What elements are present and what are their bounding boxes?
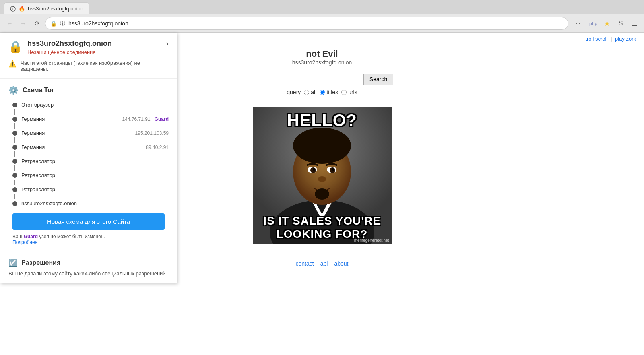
search-form: Search bbox=[251, 74, 393, 85]
partial-warning-text: Части этой страницы (такие как изображен… bbox=[21, 60, 169, 72]
all-option[interactable]: all bbox=[304, 89, 316, 95]
api-link[interactable]: api bbox=[320, 260, 328, 267]
tab-title: hss3uro2hsxfogfq.onion bbox=[28, 6, 83, 12]
tor-dot bbox=[12, 173, 17, 178]
tor-learn-more-link[interactable]: Подробнее bbox=[12, 239, 37, 245]
tor-icon: ⚙️ bbox=[8, 85, 19, 95]
tor-node-label: Этот браузер bbox=[21, 102, 169, 108]
tor-node: Германия 144.76.71.91 Guard bbox=[12, 115, 169, 123]
partial-warning-row: ⚠️ Части этой страницы (такие как изобра… bbox=[8, 60, 169, 72]
meme-watermark: memegenerator.net bbox=[354, 238, 389, 243]
site-info-header: 🔒 hss3uro2hsxfogfq.onion Незащищённое со… bbox=[8, 39, 169, 55]
link-separator: | bbox=[611, 36, 612, 42]
sync-button[interactable]: S bbox=[615, 18, 626, 29]
tor-node-label: Германия bbox=[21, 116, 118, 122]
tor-note-suffix: узел не может быть изменен. bbox=[38, 234, 105, 239]
browser-chrome: i 🔥 hss3uro2hsxfogfq.onion ← → ⟳ 🔒 ⓘ hss… bbox=[0, 0, 644, 33]
svg-point-14 bbox=[313, 168, 315, 171]
tor-node-label: Ретранслятор bbox=[21, 186, 169, 192]
svg-point-15 bbox=[332, 168, 334, 171]
tor-node-label: Германия bbox=[21, 130, 131, 136]
svg-text:i: i bbox=[12, 7, 13, 11]
tor-dot bbox=[12, 145, 17, 150]
site-title: not Evil bbox=[306, 49, 338, 59]
meme-text-bottom: IS IT SALES YOU'RE LOOKING FOR? bbox=[253, 214, 392, 241]
urls-label: urls bbox=[348, 89, 357, 95]
tor-dot bbox=[12, 131, 17, 136]
warning-triangle-icon: ⚠️ bbox=[8, 60, 17, 68]
tor-node: Германия 195.201.103.59 bbox=[12, 129, 169, 137]
tor-node-label: Ретранслятор bbox=[21, 158, 169, 164]
tor-node: Германия 89.40.2.91 bbox=[12, 143, 169, 151]
tor-note-guard: Guard bbox=[24, 234, 38, 239]
site-url-display: hss3uro2hsxfogfq.onion bbox=[292, 59, 352, 66]
lock-icon-large: 🔒 bbox=[8, 40, 23, 54]
tor-node: Ретранслятор bbox=[12, 157, 169, 165]
tab-bar: i 🔥 hss3uro2hsxfogfq.onion bbox=[0, 0, 644, 14]
svg-point-16 bbox=[318, 176, 326, 182]
footer-links: contact api about bbox=[296, 260, 349, 267]
permissions-text: Вы не давали этому сайту каких-либо спец… bbox=[8, 270, 169, 277]
titles-option[interactable]: titles bbox=[320, 89, 338, 95]
permissions-header: ☑️ Разрешения bbox=[8, 258, 169, 267]
lock-icon: 🔒 bbox=[50, 21, 57, 27]
tor-header: ⚙️ Схема Tor bbox=[8, 85, 169, 95]
tor-node: Ретранслятор bbox=[12, 171, 169, 180]
tor-node-ip: 89.40.2.91 bbox=[146, 144, 169, 150]
contact-link[interactable]: contact bbox=[296, 260, 314, 267]
site-domain: hss3uro2hsxfogfq.onion bbox=[27, 39, 112, 48]
info-icon: ⓘ bbox=[60, 20, 65, 27]
tor-dot bbox=[12, 187, 17, 192]
tab-security-icon: i bbox=[10, 6, 16, 12]
address-bar[interactable]: 🔒 ⓘ hss3uro2hsxfogfq.onion bbox=[45, 17, 568, 30]
tor-dot bbox=[12, 159, 17, 164]
tor-node: Этот браузер bbox=[12, 101, 169, 109]
tor-node-label: Ретранслятор bbox=[21, 172, 169, 178]
tor-node-ip: 144.76.71.91 bbox=[122, 116, 151, 122]
active-tab[interactable]: i 🔥 hss3uro2hsxfogfq.onion bbox=[4, 2, 89, 14]
more-button[interactable]: ··· bbox=[574, 18, 585, 29]
tor-node-label: hss3uro2hsxfogfq.onion bbox=[21, 200, 169, 206]
forward-button[interactable]: → bbox=[18, 18, 29, 29]
tor-section-title: Схема Tor bbox=[23, 87, 54, 94]
urls-radio[interactable] bbox=[341, 90, 347, 95]
tor-chain: Этот браузер Германия 144.76.71.91 Guard bbox=[8, 101, 169, 208]
top-right-links: troll scroll | play zork bbox=[585, 36, 636, 42]
tor-node: hss3uro2hsxfogfq.onion bbox=[12, 199, 169, 208]
all-radio[interactable] bbox=[304, 90, 309, 95]
refresh-button[interactable]: ⟳ bbox=[31, 18, 43, 29]
page-container: 🔒 hss3uro2hsxfogfq.onion Незащищённое со… bbox=[0, 33, 644, 355]
new-circuit-button[interactable]: Новая схема для этого Сайта bbox=[12, 213, 165, 230]
tor-guard-badge: Guard bbox=[155, 116, 169, 122]
tor-node-ip: 195.201.103.59 bbox=[135, 130, 169, 136]
play-zork-link[interactable]: play zork bbox=[615, 36, 636, 42]
bookmark-button[interactable]: ★ bbox=[601, 18, 613, 29]
svg-point-9 bbox=[293, 128, 351, 164]
tor-dot bbox=[12, 201, 17, 206]
php-badge[interactable]: php bbox=[588, 18, 599, 29]
about-link[interactable]: about bbox=[334, 260, 348, 267]
site-info-section: 🔒 hss3uro2hsxfogfq.onion Незащищённое со… bbox=[0, 33, 177, 79]
titles-radio[interactable] bbox=[320, 90, 325, 95]
permissions-icon: ☑️ bbox=[8, 258, 17, 267]
svg-point-17 bbox=[315, 188, 329, 200]
permissions-section: ☑️ Разрешения Вы не давали этому сайту к… bbox=[0, 252, 177, 283]
search-input[interactable] bbox=[251, 74, 363, 85]
tab-flame-icon: 🔥 bbox=[19, 6, 25, 12]
troll-scroll-link[interactable]: troll scroll bbox=[585, 36, 607, 42]
address-input[interactable]: hss3uro2hsxfogfq.onion bbox=[68, 20, 563, 27]
back-button[interactable]: ← bbox=[4, 18, 15, 29]
menu-button[interactable]: ☰ bbox=[629, 18, 640, 29]
tor-note: Ваш Guard узел не может быть изменен. По… bbox=[8, 234, 169, 245]
titles-label: titles bbox=[326, 89, 338, 95]
urls-option[interactable]: urls bbox=[341, 89, 357, 95]
expand-arrow-icon[interactable]: › bbox=[166, 39, 169, 48]
meme-image: HELLO? IS IT SALES YOU'RE LOOKING FOR? m… bbox=[253, 107, 392, 244]
search-button[interactable]: Search bbox=[363, 74, 393, 85]
all-label: all bbox=[311, 89, 316, 95]
info-panel: 🔒 hss3uro2hsxfogfq.onion Незащищённое со… bbox=[0, 33, 177, 283]
tor-node-label: Германия bbox=[21, 144, 142, 150]
tor-node: Ретранслятор bbox=[12, 185, 169, 194]
tor-section: ⚙️ Схема Tor Этот браузер Германи bbox=[0, 79, 177, 252]
permissions-title: Разрешения bbox=[21, 259, 60, 266]
